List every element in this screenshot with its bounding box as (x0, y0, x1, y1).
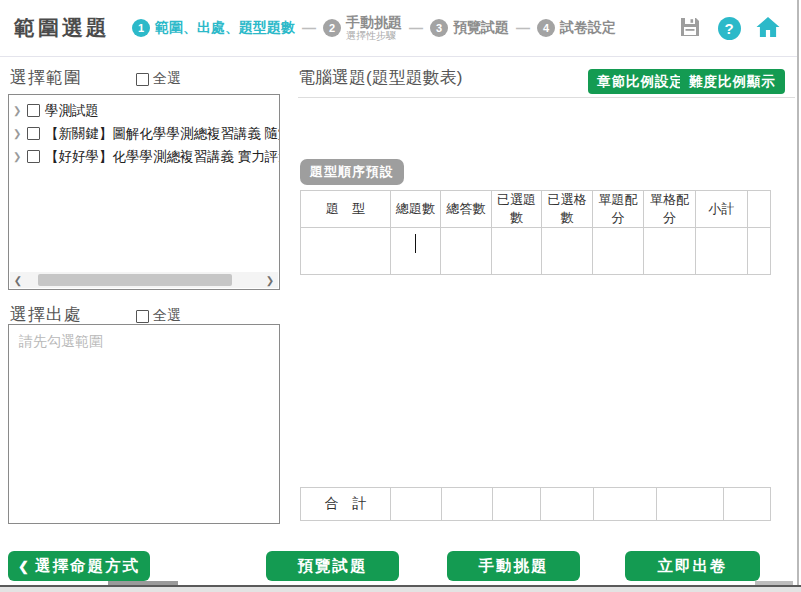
generate-paper-button[interactable]: 立即出卷 (625, 551, 760, 581)
total-cell (442, 488, 493, 521)
step-2-number: 2 (323, 19, 341, 37)
cell-points-per-question[interactable] (593, 228, 644, 275)
step-separator: — (409, 20, 423, 36)
checkbox-icon[interactable] (27, 104, 40, 117)
col-selected-questions: 已選題數 (492, 191, 542, 228)
col-points-per-blank: 單格配分 (644, 191, 696, 228)
source-select-all-checkbox[interactable]: 全選 (136, 307, 181, 325)
chapter-ratio-button[interactable]: 章節比例設定 (588, 69, 693, 94)
choose-question-method-button[interactable]: ❮ 選擇命題方式 (8, 551, 150, 581)
help-button[interactable]: ? (716, 16, 742, 42)
wizard-stepper: 1 範圍、出處、題型題數 — 2 手動挑題 選擇性步驟 — 3 預覽試題 — 4… (132, 14, 616, 42)
difficulty-ratio-button[interactable]: 難度比例顯示 (680, 69, 785, 94)
col-total-questions: 總題數 (391, 191, 441, 228)
step-1-label: 範圍、出處、題型題數 (155, 19, 295, 37)
range-tree-item[interactable]: ❯ 學測試題 (9, 99, 279, 122)
checkbox-icon[interactable] (27, 150, 40, 163)
source-placeholder-text: 請先勾選範圍 (9, 325, 279, 359)
col-points-per-question: 單題配分 (593, 191, 644, 228)
checkbox-icon[interactable] (27, 127, 40, 140)
col-total-answers: 總答數 (441, 191, 492, 228)
table-row (301, 228, 771, 275)
expand-chevron-icon[interactable]: ❯ (13, 105, 27, 116)
expand-chevron-icon[interactable]: ❯ (13, 151, 27, 162)
scroll-right-arrow-icon[interactable]: ❯ (262, 272, 278, 288)
step-4-number: 4 (537, 19, 555, 37)
checkbox-icon (136, 73, 149, 86)
home-icon (755, 15, 781, 43)
col-question-type: 題 型 (301, 191, 391, 228)
manual-pick-button[interactable]: 手動挑題 (447, 551, 580, 581)
total-cell (594, 488, 657, 521)
expand-chevron-icon[interactable]: ❯ (13, 128, 27, 139)
chevron-left-icon: ❮ (18, 559, 29, 574)
save-button[interactable] (677, 16, 703, 42)
total-cell (541, 488, 594, 521)
step-separator: — (516, 20, 530, 36)
total-cell (724, 488, 771, 521)
cell-selected-questions[interactable] (492, 228, 542, 275)
page-bottom-edge (0, 587, 801, 592)
cell-points-per-blank[interactable] (644, 228, 696, 275)
header-bar: 範圍選題 1 範圍、出處、題型題數 — 2 手動挑題 選擇性步驟 — 3 預覽試… (0, 0, 797, 57)
scroll-left-arrow-icon[interactable]: ❮ (10, 272, 26, 288)
total-cell (391, 488, 442, 521)
question-type-order-preset-button[interactable]: 題型順序預設 (300, 159, 404, 185)
question-type-table: 題 型 總題數 總答數 已選題數 已選格數 單題配分 單格配分 小計 (300, 190, 771, 275)
total-cell (657, 488, 724, 521)
totals-table: 合 計 (300, 487, 771, 521)
totals-row: 合 計 (301, 488, 771, 521)
step-2-sublabel: 選擇性步驟 (346, 30, 402, 42)
scrollbar-track[interactable] (26, 272, 262, 288)
range-tree-item[interactable]: ❯ 【好好學】化學學測總複習講義 實力評量 (9, 145, 279, 168)
col-selected-blanks: 已選格數 (542, 191, 593, 228)
cell-blank[interactable] (748, 228, 771, 275)
source-list-box: 請先勾選範圍 (8, 324, 280, 524)
step-1-range[interactable]: 1 範圍、出處、題型題數 (132, 19, 295, 37)
cell-question-type[interactable] (301, 228, 391, 275)
text-cursor (415, 234, 417, 253)
cell-selected-blanks[interactable] (542, 228, 593, 275)
cell-total-questions-input[interactable] (391, 228, 441, 275)
range-tree-item[interactable]: ❯ 【新關鍵】圖解化學學測總複習講義 隨堂測驗 (9, 122, 279, 145)
range-tree-box: ❯ 學測試題 ❯ 【新關鍵】圖解化學學測總複習講義 隨堂測驗 ❯ 【好好學】化學… (8, 94, 280, 290)
window-right-border (797, 0, 799, 585)
checkbox-icon (136, 310, 149, 323)
step-4-paper-settings[interactable]: 4 試卷設定 (537, 19, 616, 37)
table-header-row: 題 型 總題數 總答數 已選題數 已選格數 單題配分 單格配分 小計 (301, 191, 771, 228)
exam-builder-page: 範圍選題 1 範圍、出處、題型題數 — 2 手動挑題 選擇性步驟 — 3 預覽試… (0, 0, 801, 592)
step-1-number: 1 (132, 19, 150, 37)
help-icon: ? (718, 17, 741, 40)
col-subtotal: 小計 (696, 191, 748, 228)
computer-selection-title: 電腦選題(題型題數表) (298, 66, 462, 89)
step-3-label: 預覽試題 (453, 19, 509, 37)
step-4-label: 試卷設定 (560, 19, 616, 37)
scrollbar-thumb[interactable] (38, 274, 232, 286)
panel-divider (298, 97, 795, 98)
source-section-title: 選擇出處 (10, 303, 82, 326)
total-cell (493, 488, 541, 521)
page-title: 範圍選題 (14, 14, 110, 42)
save-icon (678, 15, 702, 43)
home-button[interactable] (755, 16, 781, 42)
col-blank (748, 191, 771, 228)
step-2-manual-pick[interactable]: 2 手動挑題 選擇性步驟 (323, 14, 402, 42)
step-3-number: 3 (430, 19, 448, 37)
cell-subtotal[interactable] (696, 228, 748, 275)
cell-total-answers[interactable] (441, 228, 492, 275)
range-section-title: 選擇範圍 (10, 66, 82, 89)
range-select-all-checkbox[interactable]: 全選 (136, 70, 181, 88)
horizontal-scrollbar[interactable]: ❮ ❯ (10, 272, 278, 288)
step-3-preview[interactable]: 3 預覽試題 (430, 19, 509, 37)
preview-questions-button[interactable]: 預覽試題 (266, 551, 399, 581)
step-separator: — (302, 20, 316, 36)
total-label-cell: 合 計 (301, 488, 391, 521)
step-2-label: 手動挑題 (346, 14, 402, 30)
